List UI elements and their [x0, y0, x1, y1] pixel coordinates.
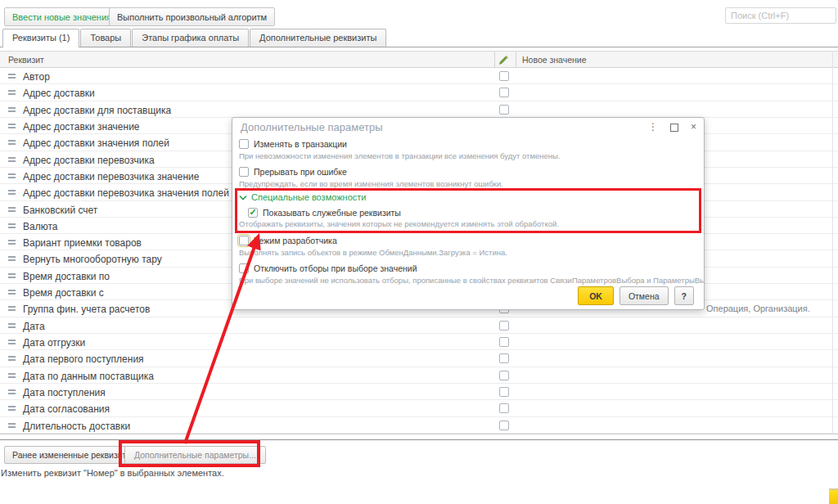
- option-change-in-transaction[interactable]: Изменять в транзакции: [239, 137, 347, 150]
- option-disable-choice-filters[interactable]: Отключить отборы при выборе значений: [239, 262, 417, 274]
- attribute-name: Дата отгрузки: [23, 337, 85, 349]
- special-features-label: Специальные возможности: [251, 192, 366, 202]
- table-row[interactable]: Дата поступления: [0, 384, 838, 400]
- attribute-name: Время доставки по: [23, 271, 110, 282]
- tab-dopolnitelnye-rekvizity[interactable]: Дополнительные реквизиты: [250, 29, 386, 47]
- checkbox-checked[interactable]: ✓: [248, 208, 258, 218]
- checkbox-unchecked[interactable]: [239, 167, 249, 177]
- table-row[interactable]: Дата отгрузки: [0, 334, 838, 350]
- dialog-buttons: OK Отмена ?: [578, 286, 694, 305]
- table-row[interactable]: Дата по данным поставщика: [0, 367, 838, 384]
- drag-handle-icon: [8, 223, 16, 228]
- new-value-checkbox[interactable]: [499, 71, 509, 81]
- help-button[interactable]: ?: [674, 286, 694, 305]
- drag-handle-icon: [8, 107, 16, 112]
- additional-parameters-dialog: Дополнительные параметры ⋮ × Изменять в …: [232, 117, 705, 310]
- pencil-icon: [498, 54, 508, 69]
- attribute-name: Адрес доставки значение: [23, 121, 140, 133]
- drag-handle-icon: [8, 373, 16, 378]
- drag-handle-icon: [8, 306, 16, 311]
- column-divider: [494, 52, 495, 67]
- option-description: При выборе значений не использовать отбо…: [239, 276, 705, 285]
- table-row[interactable]: Автор: [0, 68, 838, 84]
- new-value-checkbox[interactable]: [499, 105, 509, 115]
- special-features-group-header[interactable]: Специальные возможности: [239, 192, 366, 202]
- status-text: Изменить реквизит "Номер" в выбранных эл…: [1, 468, 224, 478]
- attribute-name: Автор: [23, 71, 50, 83]
- drag-handle-icon: [8, 340, 16, 344]
- drag-handle-icon: [8, 290, 16, 295]
- new-value-checkbox[interactable]: [499, 353, 509, 363]
- partial-value-text: Операция, Организация.: [706, 304, 810, 313]
- tab-tovary[interactable]: Товары: [80, 29, 131, 47]
- tab-bar: Реквизиты (1) Товары Этапы графика оплат…: [2, 29, 386, 47]
- drag-handle-icon: [8, 406, 16, 411]
- option-label: Режим разработчика: [254, 236, 337, 245]
- close-icon[interactable]: ×: [691, 123, 696, 132]
- drag-handle-icon: [8, 240, 16, 245]
- column-header-attribute: Реквизит: [8, 55, 44, 65]
- attribute-name: Адрес доставки для поставщика: [23, 105, 171, 116]
- drag-handle-icon: [8, 207, 16, 212]
- attribute-name: Дата первого поступления: [23, 353, 144, 365]
- attribute-name: Банковский счет: [23, 205, 97, 216]
- option-label: Показывать служебные реквизиты: [263, 208, 401, 218]
- new-value-checkbox[interactable]: [499, 371, 509, 380]
- drag-handle-icon: [8, 423, 16, 428]
- check-icon: ✓: [249, 208, 257, 217]
- dialog-title: Дополнительные параметры: [241, 121, 383, 133]
- drag-handle-icon: [8, 256, 16, 261]
- drag-handle-icon: [8, 90, 16, 95]
- more-icon[interactable]: ⋮: [648, 123, 658, 132]
- tab-etapy-grafika-oplaty[interactable]: Этапы графика оплаты: [132, 29, 249, 47]
- attribute-name: Адрес доставки перевозчика: [23, 155, 155, 166]
- attribute-name: Адрес доставки перевозчика значение: [23, 171, 199, 182]
- additional-parameters-button[interactable]: Дополнительные параметры...: [124, 446, 266, 464]
- checkbox-unchecked[interactable]: [239, 263, 249, 273]
- new-value-checkbox[interactable]: [499, 337, 509, 347]
- option-show-service-attributes[interactable]: ✓ Показывать служебные реквизиты: [248, 206, 401, 218]
- run-arbitrary-algorithm-button[interactable]: Выполнить произвольный алгоритм: [109, 7, 275, 26]
- attribute-name: Валюта: [23, 221, 57, 232]
- table-row[interactable]: Адрес доставки для поставщика: [0, 101, 838, 118]
- option-developer-mode[interactable]: Режим разработчика: [239, 234, 337, 246]
- table-row[interactable]: Адрес доставки: [0, 84, 838, 101]
- dialog-window-controls: ⋮ ×: [648, 123, 696, 132]
- new-value-checkbox[interactable]: [499, 403, 509, 413]
- drag-handle-icon: [8, 124, 16, 128]
- search-input[interactable]: [725, 7, 836, 24]
- checkbox-unchecked[interactable]: [239, 236, 249, 245]
- footer-divider: [0, 439, 838, 440]
- column-header-new-value: Новое значение: [522, 55, 587, 65]
- attribute-name: Длительность доставки: [23, 421, 130, 432]
- ok-button[interactable]: OK: [578, 286, 614, 305]
- new-value-checkbox[interactable]: [499, 387, 509, 397]
- new-value-checkbox[interactable]: [499, 321, 509, 331]
- table-row[interactable]: Дата первого поступления: [0, 350, 838, 367]
- drag-handle-icon: [8, 190, 16, 195]
- enter-new-values-button[interactable]: Ввести новые значения: [4, 7, 119, 26]
- column-divider: [516, 52, 516, 67]
- drag-handle-icon: [8, 323, 16, 328]
- table-row[interactable]: Дата согласования: [0, 400, 838, 416]
- cutoff-yellow-button[interactable]: [829, 488, 838, 504]
- table-row[interactable]: Длительность доставки: [0, 417, 838, 434]
- tab-rekvizity[interactable]: Реквизиты (1): [2, 29, 79, 47]
- cancel-button[interactable]: Отмена: [619, 286, 669, 305]
- drag-handle-icon: [8, 389, 16, 394]
- new-value-checkbox[interactable]: [499, 88, 509, 97]
- drag-handle-icon: [8, 157, 16, 162]
- table-row[interactable]: Дата: [0, 317, 838, 334]
- attribute-name: Дата: [23, 321, 45, 332]
- option-description: Предупреждать, если во время изменения э…: [239, 179, 503, 188]
- option-interrupt-on-error[interactable]: Прерывать при ошибке: [239, 165, 347, 178]
- attribute-name: Дата поступления: [23, 387, 106, 398]
- checkbox-unchecked[interactable]: [239, 139, 249, 149]
- table-header: Реквизит Новое значение: [0, 51, 838, 68]
- maximize-icon[interactable]: [670, 124, 678, 132]
- option-label: Прерывать при ошибке: [254, 167, 347, 177]
- option-description: При невозможности изменения элементов в …: [239, 151, 561, 160]
- drag-handle-icon: [8, 74, 16, 79]
- attribute-name: Время доставки с: [23, 287, 104, 299]
- new-value-checkbox[interactable]: [499, 421, 509, 430]
